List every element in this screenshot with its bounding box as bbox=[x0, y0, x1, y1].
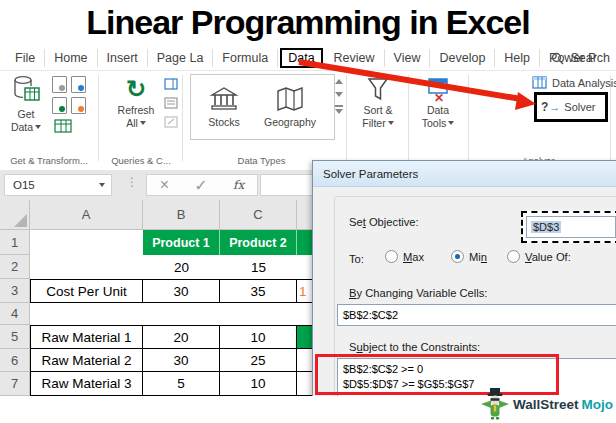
cell-d3-partial[interactable]: 1 bbox=[297, 279, 313, 303]
cell-c6[interactable]: 25 bbox=[220, 349, 297, 372]
cell-a6[interactable]: Raw Material 2 bbox=[30, 349, 143, 372]
gallery-more-icon[interactable] bbox=[335, 105, 343, 114]
variable-cells-value: $B$2:$C$2 bbox=[343, 309, 398, 321]
data-analysis-button[interactable]: Data Analysis bbox=[532, 76, 616, 89]
row-header-2[interactable]: 2 bbox=[0, 255, 30, 279]
row-header-4[interactable]: 4 bbox=[0, 303, 30, 325]
column-header-a[interactable]: A bbox=[30, 200, 143, 230]
data-analysis-label: Data Analysis bbox=[552, 77, 616, 89]
search-icon bbox=[551, 52, 564, 65]
solver-button-annotated[interactable]: ?→ Solver bbox=[534, 92, 608, 122]
enter-icon[interactable]: ✓ bbox=[194, 176, 207, 195]
tab-formulas[interactable]: Formula bbox=[213, 49, 278, 67]
row-header-5[interactable]: 5 bbox=[0, 325, 30, 349]
cell-b6[interactable]: 30 bbox=[143, 349, 220, 372]
radio-min-selected[interactable]: Min bbox=[451, 250, 487, 263]
cell-c7[interactable]: 10 bbox=[220, 372, 297, 396]
queries-pane-icon[interactable] bbox=[164, 78, 178, 90]
cell-a4[interactable] bbox=[30, 303, 143, 325]
cell-b7[interactable]: 5 bbox=[143, 372, 220, 396]
tab-view[interactable]: View bbox=[385, 49, 431, 67]
from-range-icon[interactable] bbox=[54, 119, 72, 133]
search-box[interactable]: Search bbox=[551, 46, 610, 70]
tab-insert[interactable]: Insert bbox=[98, 49, 148, 67]
cell-d6-partial[interactable] bbox=[297, 349, 313, 372]
queries-small-buttons bbox=[164, 78, 178, 128]
from-text-icon[interactable] bbox=[52, 76, 67, 93]
geography-label: Geography bbox=[264, 116, 316, 128]
column-header-c[interactable]: C bbox=[220, 200, 297, 230]
cell-a3[interactable]: Cost Per Unit bbox=[30, 279, 143, 303]
data-tools-button[interactable]: ✕ Data Tools bbox=[412, 76, 464, 130]
wallstreetmojo-logo: WallStreetMojo bbox=[480, 387, 613, 421]
dialog-title: Solver Parameters bbox=[323, 168, 418, 180]
cell-d4-partial[interactable] bbox=[297, 303, 313, 325]
objective-annotation-box: $D$3 bbox=[521, 211, 616, 243]
tab-page-layout[interactable]: Page La bbox=[148, 49, 214, 67]
logo-text-wallstreet: WallStreet bbox=[513, 397, 579, 412]
from-web-icon[interactable] bbox=[52, 97, 67, 114]
cell-d5-partial[interactable] bbox=[297, 325, 313, 349]
refresh-label-1: Refresh bbox=[118, 104, 155, 117]
cell-a1[interactable] bbox=[30, 230, 143, 255]
map-icon bbox=[275, 86, 305, 112]
cell-c5[interactable]: 10 bbox=[220, 325, 297, 349]
cell-d7-partial[interactable] bbox=[297, 372, 313, 396]
tab-developer[interactable]: Develop bbox=[430, 49, 495, 67]
row-header-6[interactable]: 6 bbox=[0, 349, 30, 372]
cell-d1-partial[interactable] bbox=[297, 230, 313, 255]
from-table-icon[interactable] bbox=[71, 97, 86, 114]
gallery-up-icon[interactable] bbox=[335, 79, 343, 84]
name-box[interactable]: O15 bbox=[4, 174, 112, 196]
row-header-7[interactable]: 7 bbox=[0, 372, 30, 396]
cell-b5[interactable]: 20 bbox=[143, 325, 220, 349]
recent-sources-icon[interactable] bbox=[71, 76, 86, 93]
column-header-b[interactable]: B bbox=[143, 200, 220, 230]
cell-c4[interactable] bbox=[220, 303, 297, 325]
cancel-icon[interactable]: × bbox=[160, 176, 169, 194]
objective-input[interactable]: $D$3 bbox=[526, 216, 616, 238]
sort-filter-button[interactable]: Sort & Filter bbox=[352, 76, 404, 130]
stocks-button[interactable]: Stocks bbox=[191, 75, 257, 139]
cell-a7[interactable]: Raw Material 3 bbox=[30, 372, 143, 396]
stocks-label: Stocks bbox=[208, 116, 240, 128]
sort-filter-label-2: Filter bbox=[362, 117, 393, 130]
tab-file[interactable]: File bbox=[6, 49, 45, 67]
variable-cells-input[interactable]: $B$2:$C$2 bbox=[337, 304, 616, 326]
row-header-1[interactable]: 1 bbox=[0, 230, 30, 255]
data-analysis-icon bbox=[532, 76, 547, 89]
geography-button[interactable]: Geography bbox=[257, 75, 323, 139]
cell-c1[interactable]: Product 2 bbox=[220, 230, 297, 255]
row-header-3[interactable]: 3 bbox=[0, 279, 30, 303]
cell-a5[interactable]: Raw Material 1 bbox=[30, 325, 143, 349]
column-header-d-partial[interactable] bbox=[297, 200, 313, 230]
properties-icon[interactable] bbox=[164, 97, 178, 109]
cell-b4[interactable] bbox=[143, 303, 220, 325]
tab-help[interactable]: Help bbox=[495, 49, 540, 67]
cell-c3[interactable]: 35 bbox=[220, 279, 297, 303]
gallery-down-icon[interactable] bbox=[335, 92, 343, 97]
insert-function-icon[interactable]: fx bbox=[233, 178, 244, 192]
refresh-all-button[interactable]: ↻ Refresh All bbox=[112, 74, 160, 130]
database-icon bbox=[12, 74, 40, 108]
cell-b3[interactable]: 30 bbox=[143, 279, 220, 303]
select-all-corner[interactable] bbox=[0, 200, 30, 230]
radio-value-of[interactable]: Value Of: bbox=[507, 250, 571, 263]
gallery-scroll-controls bbox=[335, 79, 343, 114]
cell-c2[interactable]: 15 bbox=[220, 255, 297, 279]
page-title: Linear Programming in Excel bbox=[0, 0, 616, 45]
group-label-get-transform: Get & Transform... bbox=[0, 155, 98, 166]
screenshot-root: Linear Programming in Excel File Home In… bbox=[0, 0, 616, 423]
cell-b2[interactable]: 20 bbox=[143, 255, 220, 279]
cell-a2[interactable] bbox=[30, 255, 143, 279]
cell-d2-partial[interactable] bbox=[297, 255, 313, 279]
tab-review[interactable]: Review bbox=[325, 49, 385, 67]
tab-home[interactable]: Home bbox=[45, 49, 97, 67]
subject-constraints-label: Subject to the Constraints: bbox=[349, 341, 480, 353]
get-data-button[interactable]: Get Data bbox=[5, 74, 47, 134]
dialog-title-bar[interactable]: Solver Parameters bbox=[313, 161, 616, 187]
radio-max[interactable]: Max bbox=[385, 250, 424, 263]
edit-links-icon[interactable] bbox=[164, 116, 178, 128]
cell-b1[interactable]: Product 1 bbox=[143, 230, 220, 255]
tab-data-active[interactable]: Data bbox=[280, 48, 322, 68]
